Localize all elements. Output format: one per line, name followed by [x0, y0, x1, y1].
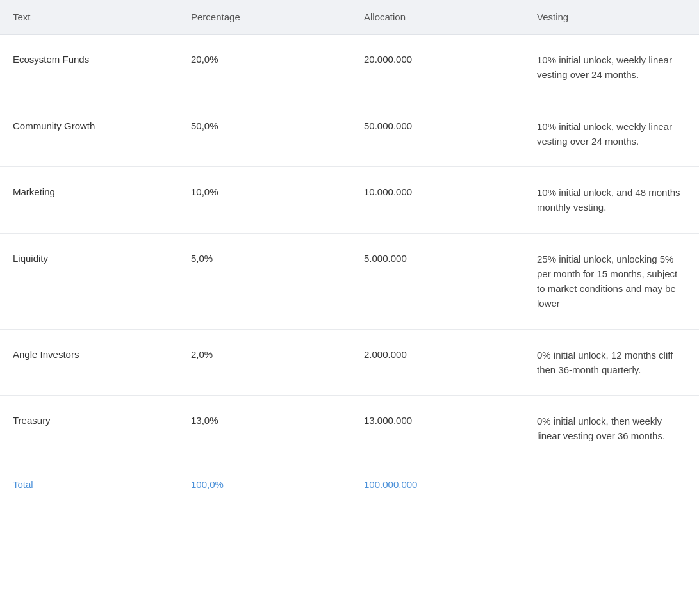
- cell-text: Liquidity: [0, 233, 178, 329]
- cell-vesting: 10% initial unlock, and 48 months monthl…: [524, 167, 699, 234]
- cell-allocation: 13.000.000: [351, 396, 524, 462]
- cell-allocation: 2.000.000: [351, 329, 524, 396]
- cell-percentage: 20,0%: [178, 35, 351, 101]
- cell-text: Marketing: [0, 167, 178, 234]
- cell-text: Angle Investors: [0, 329, 178, 396]
- cell-percentage: 50,0%: [178, 101, 351, 167]
- cell-text: Treasury: [0, 396, 178, 462]
- cell-total-text: Total: [0, 462, 178, 507]
- cell-vesting: 0% initial unlock, then weekly linear ve…: [524, 396, 699, 462]
- cell-allocation: 50.000.000: [351, 101, 524, 167]
- header-text: Text: [0, 0, 178, 35]
- cell-percentage: 2,0%: [178, 329, 351, 396]
- table-row: Liquidity5,0%5.000.00025% initial unlock…: [0, 233, 699, 329]
- table-row: Ecosystem Funds20,0%20.000.00010% initia…: [0, 35, 699, 101]
- cell-total-percentage: 100,0%: [178, 462, 351, 507]
- cell-allocation: 5.000.000: [351, 233, 524, 329]
- table-row: Community Growth50,0%50.000.00010% initi…: [0, 101, 699, 167]
- cell-percentage: 5,0%: [178, 233, 351, 329]
- cell-total-vesting: [524, 462, 699, 507]
- cell-vesting: 0% initial unlock, 12 months cliff then …: [524, 329, 699, 396]
- table-row: Treasury13,0%13.000.0000% initial unlock…: [0, 396, 699, 462]
- cell-percentage: 10,0%: [178, 167, 351, 234]
- cell-allocation: 20.000.000: [351, 35, 524, 101]
- table-header-row: Text Percentage Allocation Vesting: [0, 0, 699, 35]
- cell-vesting: 10% initial unlock, weekly linear vestin…: [524, 35, 699, 101]
- header-percentage: Percentage: [178, 0, 351, 35]
- cell-text: Ecosystem Funds: [0, 35, 178, 101]
- table-container: Text Percentage Allocation Vesting Ecosy…: [0, 0, 699, 616]
- table-row-total: Total100,0%100.000.000: [0, 462, 699, 507]
- table-row: Marketing10,0%10.000.00010% initial unlo…: [0, 167, 699, 234]
- cell-percentage: 13,0%: [178, 396, 351, 462]
- header-vesting: Vesting: [524, 0, 699, 35]
- cell-total-allocation: 100.000.000: [351, 462, 524, 507]
- table-row: Angle Investors2,0%2.000.0000% initial u…: [0, 329, 699, 396]
- cell-allocation: 10.000.000: [351, 167, 524, 234]
- header-allocation: Allocation: [351, 0, 524, 35]
- allocation-table: Text Percentage Allocation Vesting Ecosy…: [0, 0, 699, 507]
- cell-vesting: 25% initial unlock, unlocking 5% per mon…: [524, 233, 699, 329]
- cell-text: Community Growth: [0, 101, 178, 167]
- cell-vesting: 10% initial unlock, weekly linear vestin…: [524, 101, 699, 167]
